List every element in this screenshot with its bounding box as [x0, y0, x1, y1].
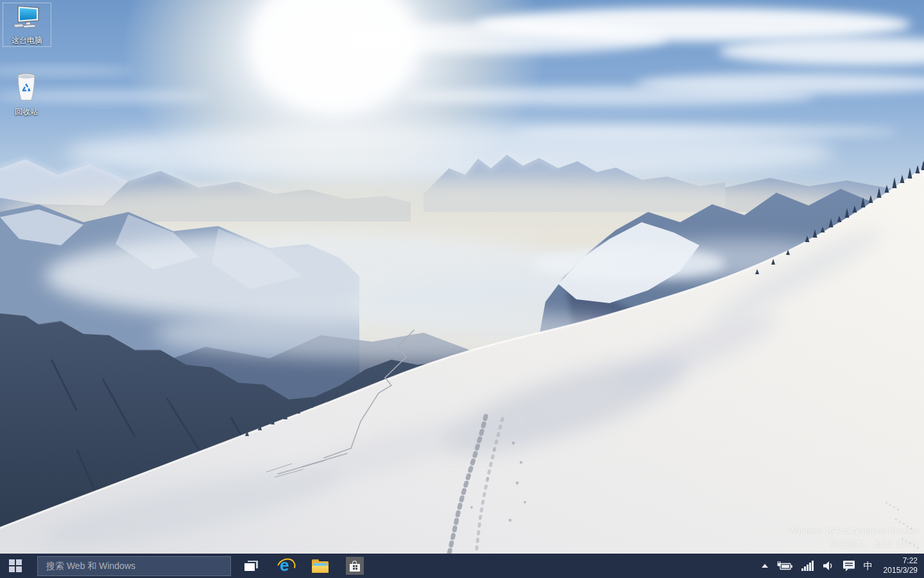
signal-bars-icon	[801, 561, 814, 571]
clock-time: 7:22	[903, 556, 918, 566]
recycle-bin-label: 回收站	[15, 107, 38, 116]
taskbar-search	[37, 556, 231, 576]
windows-logo-icon	[9, 559, 22, 572]
taskbar: e	[0, 554, 924, 578]
system-tray: 中 7:22 2015/3/29	[760, 554, 924, 578]
taskbar-clock[interactable]: 7:22 2015/3/29	[880, 556, 920, 575]
ime-indicator[interactable]: 中	[862, 554, 875, 578]
action-center-button[interactable]	[841, 554, 857, 578]
task-view-icon	[244, 561, 258, 571]
desktop: 这台电脑 回收站 Windows 10 Pro Technical Previe…	[0, 0, 924, 578]
internet-explorer-icon: e	[277, 557, 295, 575]
watermark-line2: 评估副本。 Build 10041	[789, 538, 918, 550]
store-icon	[346, 557, 364, 575]
watermark-line1: Windows 10 Pro Technical Preview	[789, 525, 918, 538]
speaker-icon	[823, 561, 834, 571]
internet-explorer-button[interactable]: e	[271, 554, 300, 578]
recycle-bin-icon	[13, 71, 39, 106]
clock-date: 2015/3/29	[884, 566, 918, 575]
network-status-button[interactable]	[800, 554, 816, 578]
search-input[interactable]	[38, 561, 230, 571]
volume-button[interactable]	[821, 554, 836, 578]
this-pc-icon	[12, 5, 42, 35]
desktop-icon-this-pc[interactable]: 这台电脑	[3, 3, 51, 47]
desktop-icon-recycle-bin[interactable]: 回收站	[3, 69, 50, 118]
this-pc-label: 这台电脑	[12, 36, 42, 45]
build-watermark: Windows 10 Pro Technical Preview 评估副本。 B…	[789, 525, 918, 550]
store-button[interactable]	[340, 554, 370, 578]
start-button[interactable]	[0, 554, 31, 578]
battery-charging-icon	[776, 560, 793, 572]
show-hidden-icons-button[interactable]	[760, 554, 770, 578]
chevron-up-icon	[762, 564, 768, 568]
file-explorer-button[interactable]	[305, 554, 335, 578]
file-explorer-icon	[312, 559, 329, 573]
wallpaper-snow-mountains	[0, 0, 924, 554]
action-center-icon	[843, 560, 855, 572]
battery-status-button[interactable]	[774, 554, 795, 578]
task-view-button[interactable]	[236, 554, 266, 578]
